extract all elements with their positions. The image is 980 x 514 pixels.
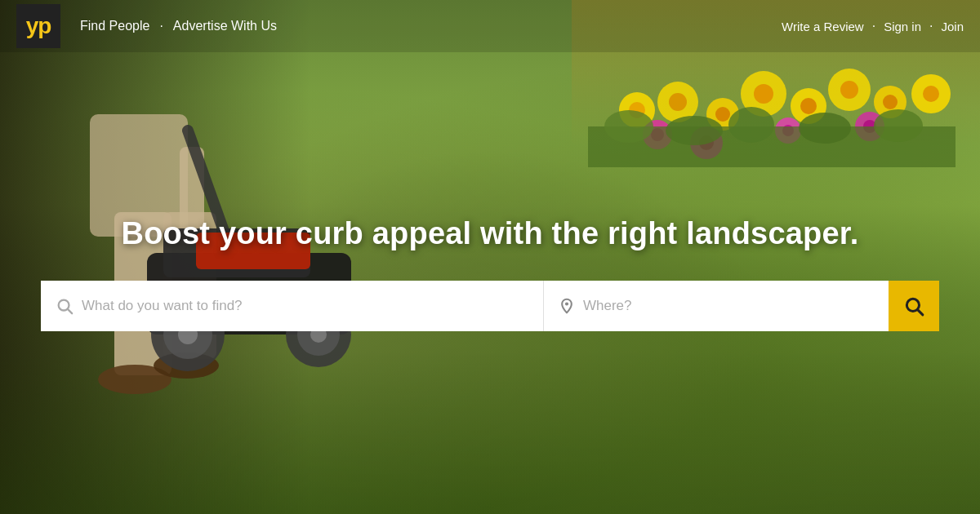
search-where-wrap — [543, 281, 889, 331]
write-review-link[interactable]: Write a Review — [782, 20, 864, 33]
join-link[interactable]: Join — [941, 20, 964, 33]
search-what-wrap — [41, 281, 543, 331]
hero-headline: Boost your curb appeal with the right la… — [122, 216, 859, 251]
search-bar — [41, 281, 939, 331]
advertise-link[interactable]: Advertise With Us — [173, 19, 277, 33]
search-where-input[interactable] — [583, 298, 874, 314]
search-icon — [56, 297, 74, 315]
search-btn-icon — [903, 295, 924, 317]
sign-in-link[interactable]: Sign in — [884, 20, 921, 33]
nav-dot-3: · — [929, 19, 933, 33]
location-icon — [559, 298, 575, 314]
svg-line-51 — [918, 309, 923, 314]
navbar: yp Find People · Advertise With Us Write… — [0, 0, 980, 52]
find-people-link[interactable]: Find People — [80, 19, 149, 33]
hero-content: Boost your curb appeal with the right la… — [0, 0, 980, 514]
search-what-input[interactable] — [82, 298, 528, 314]
nav-dot-1: · — [159, 19, 163, 33]
svg-point-49 — [565, 302, 568, 305]
nav-left-links: Find People · Advertise With Us — [80, 19, 782, 33]
logo-text: yp — [26, 15, 51, 38]
nav-dot-2: · — [872, 19, 875, 33]
svg-line-48 — [68, 309, 72, 313]
search-button[interactable] — [889, 281, 939, 331]
logo[interactable]: yp — [16, 4, 60, 48]
nav-right-links: Write a Review · Sign in · Join — [782, 19, 964, 33]
